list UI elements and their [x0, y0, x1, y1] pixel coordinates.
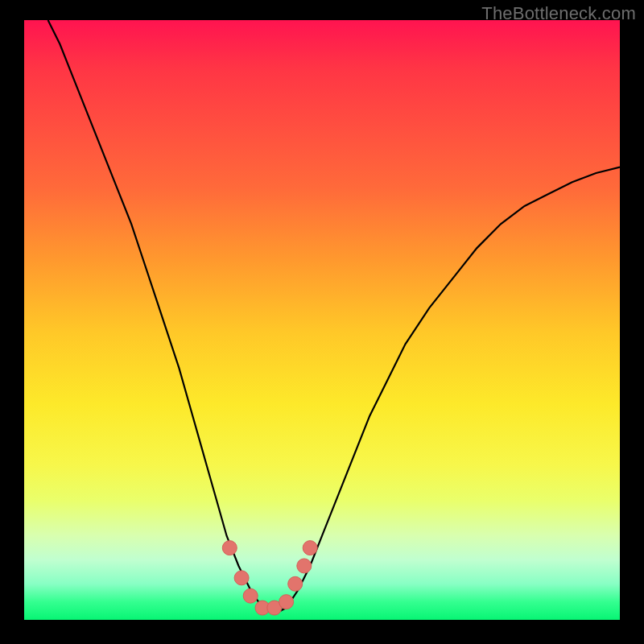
highlight-marker — [303, 541, 317, 555]
highlight-marker — [297, 559, 312, 573]
highlight-marker — [234, 571, 249, 585]
highlight-marker-group — [222, 541, 317, 616]
highlight-marker — [288, 576, 303, 591]
bottleneck-curve-line — [48, 20, 620, 614]
highlight-marker — [222, 541, 237, 555]
bottleneck-chart — [24, 20, 620, 620]
highlight-marker — [243, 588, 258, 603]
highlight-marker — [279, 595, 294, 609]
